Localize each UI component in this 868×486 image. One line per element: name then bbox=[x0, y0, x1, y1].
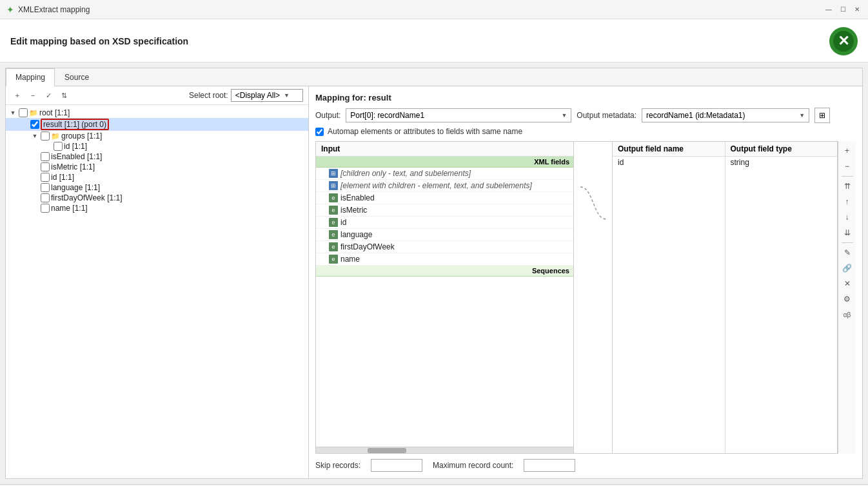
output-combo[interactable]: Port[0]: recordName1 ▼ bbox=[346, 108, 571, 122]
output-field-name-id[interactable]: id bbox=[613, 157, 725, 168]
xml-fields-header: XML fields bbox=[316, 157, 573, 168]
format-button[interactable]: αβ bbox=[840, 307, 854, 322]
field-row-firstDayOfWeek[interactable]: e firstDayOfWeek bbox=[316, 241, 573, 253]
field-name-id: id bbox=[340, 218, 346, 227]
field-row-children-only[interactable]: ⊞ [children only - text, and subelements… bbox=[316, 168, 573, 180]
right-panel: Mapping for: result Output: Port[0]: rec… bbox=[309, 86, 862, 478]
checkbox-id[interactable] bbox=[41, 173, 50, 182]
select-root-label: Select root: bbox=[189, 91, 228, 100]
label-root: root [1:1] bbox=[39, 108, 70, 117]
link-button[interactable]: 🔗 bbox=[840, 261, 854, 275]
edit-button[interactable]: ✎ bbox=[840, 246, 854, 260]
checkbox-isEnabled[interactable] bbox=[41, 152, 50, 161]
toggle-groups[interactable]: ▼ bbox=[30, 131, 39, 141]
separator-1 bbox=[842, 176, 853, 177]
page-title: Edit mapping based on XSD specification bbox=[10, 36, 188, 46]
tree-item-root[interactable]: ▼ 📁 root [1:1] bbox=[6, 108, 308, 118]
output-field-type-header: Output field type bbox=[725, 142, 838, 157]
move-down-button[interactable]: ↓ bbox=[840, 210, 854, 224]
expand-all-button[interactable]: + bbox=[11, 89, 24, 102]
label-language: language [1:1] bbox=[51, 183, 100, 192]
table-icon-element-children: ⊞ bbox=[329, 181, 338, 190]
sequences-header: Sequences bbox=[316, 266, 573, 277]
metadata-combo[interactable]: recordName1 (id:Metadata1) ▼ bbox=[642, 108, 809, 122]
maximize-button[interactable]: ☐ bbox=[838, 5, 847, 14]
mapping-area: Input XML fields ⊞ [children only - text… bbox=[315, 141, 838, 454]
tree-item-isMetric[interactable]: ▶ isMetric [1:1] bbox=[6, 162, 308, 172]
checkbox-groups[interactable] bbox=[41, 131, 50, 141]
tree-item-groups[interactable]: ▼ 📁 groups [1:1] bbox=[6, 131, 308, 141]
add-button[interactable]: + bbox=[840, 144, 854, 158]
element-icon-language: e bbox=[329, 230, 338, 239]
automap-label: Automap elements or attributes to fields… bbox=[328, 127, 522, 136]
field-name-isMetric: isMetric bbox=[340, 206, 367, 215]
output-combo-arrow-icon: ▼ bbox=[561, 112, 567, 119]
move-top-button[interactable]: ⇈ bbox=[840, 179, 854, 193]
label-id: id [1:1] bbox=[51, 173, 74, 182]
checkbox-isMetric[interactable] bbox=[41, 162, 50, 171]
metadata-combo-arrow-icon: ▼ bbox=[799, 112, 805, 119]
select-root-combo[interactable]: <Display All> ▼ bbox=[231, 89, 303, 102]
close-button[interactable]: ✕ bbox=[853, 5, 862, 14]
delete-button[interactable]: ✕ bbox=[840, 277, 854, 291]
input-panel: Input XML fields ⊞ [children only - text… bbox=[316, 142, 574, 453]
field-row-name[interactable]: e name bbox=[316, 253, 573, 266]
max-record-count-input[interactable] bbox=[524, 459, 575, 472]
minimize-button[interactable]: — bbox=[824, 5, 833, 14]
input-header: Input bbox=[316, 142, 573, 157]
collapse-all-button[interactable]: − bbox=[26, 89, 39, 102]
side-toolbar: + − ⇈ ↑ ↓ ⇊ ✎ 🔗 ✕ ⚙ αβ bbox=[838, 141, 856, 454]
metadata-edit-button[interactable]: ⊞ bbox=[814, 108, 830, 123]
toggle-root[interactable]: ▼ bbox=[8, 108, 17, 117]
output-row: Output: Port[0]: recordName1 ▼ Output me… bbox=[315, 108, 856, 123]
check-all-button[interactable]: ✓ bbox=[42, 89, 55, 102]
input-scrollbar-h[interactable] bbox=[316, 447, 573, 453]
tree-item-result[interactable]: ▶ result [1:1] (port 0) bbox=[6, 118, 308, 131]
content-area: + − ✓ ⇅ Select root: <Display All> ▼ ▼ 📁… bbox=[6, 86, 862, 478]
field-row-id[interactable]: e id bbox=[316, 217, 573, 229]
max-record-count-label: Maximum record count: bbox=[433, 461, 513, 470]
tree-item-id[interactable]: ▶ id [1:1] bbox=[6, 172, 308, 182]
output-columns: Output field name id Output field type s… bbox=[613, 142, 837, 453]
bottom-fields-row: Skip records: Maximum record count: bbox=[315, 459, 856, 472]
remove-button[interactable]: − bbox=[840, 159, 854, 173]
move-up-button[interactable]: ↑ bbox=[840, 195, 854, 209]
xml-fields-section: XML fields ⊞ [children only - text, and … bbox=[316, 157, 573, 447]
element-icon-name: e bbox=[329, 255, 338, 264]
tree-item-id-child[interactable]: ▶ id [1:1] bbox=[6, 141, 308, 151]
output-label: Output: bbox=[315, 111, 340, 120]
field-row-isEnabled[interactable]: e isEnabled bbox=[316, 192, 573, 204]
automap-checkbox[interactable] bbox=[315, 128, 324, 136]
checkbox-id-child[interactable] bbox=[54, 142, 63, 151]
label-firstDayOfWeek: firstDayOfWeek [1:1] bbox=[51, 193, 122, 202]
title-bar-left: ✦ XMLExtract mapping bbox=[6, 5, 90, 15]
checkbox-firstDayOfWeek[interactable] bbox=[41, 193, 50, 202]
checkbox-root[interactable] bbox=[19, 108, 28, 117]
tree-item-isEnabled[interactable]: ▶ isEnabled [1:1] bbox=[6, 151, 308, 162]
scroll-thumb[interactable] bbox=[368, 448, 406, 453]
checkbox-result[interactable] bbox=[30, 120, 39, 129]
left-panel: + − ✓ ⇅ Select root: <Display All> ▼ ▼ 📁… bbox=[6, 86, 309, 478]
tab-source[interactable]: Source bbox=[55, 68, 99, 86]
label-groups: groups [1:1] bbox=[61, 131, 102, 141]
tree-item-language[interactable]: ▶ language [1:1] bbox=[6, 182, 308, 193]
field-row-element-children[interactable]: ⊞ [element with children - element, text… bbox=[316, 180, 573, 192]
tree-item-firstDayOfWeek[interactable]: ▶ firstDayOfWeek [1:1] bbox=[6, 193, 308, 203]
field-row-language[interactable]: e language bbox=[316, 229, 573, 241]
skip-records-input[interactable] bbox=[371, 459, 422, 472]
settings-button[interactable]: ⚙ bbox=[840, 292, 854, 306]
field-name-name: name bbox=[340, 255, 360, 264]
field-row-isMetric[interactable]: e isMetric bbox=[316, 204, 573, 217]
folder-icon-groups: 📁 bbox=[51, 131, 60, 141]
checkbox-name[interactable] bbox=[41, 204, 50, 213]
automap-row: Automap elements or attributes to fields… bbox=[315, 127, 856, 136]
tree-content[interactable]: ▼ 📁 root [1:1] ▶ result [1:1] (port 0) ▼… bbox=[6, 105, 308, 478]
move-bottom-button[interactable]: ⇊ bbox=[840, 226, 854, 240]
output-field-type-string[interactable]: string bbox=[725, 157, 838, 168]
label-isEnabled: isEnabled [1:1] bbox=[51, 152, 102, 161]
checkbox-language[interactable] bbox=[41, 183, 50, 192]
metadata-edit-icon: ⊞ bbox=[819, 111, 825, 120]
tree-item-name[interactable]: ▶ name [1:1] bbox=[6, 203, 308, 213]
tab-mapping[interactable]: Mapping bbox=[6, 68, 55, 86]
sort-button[interactable]: ⇅ bbox=[57, 89, 70, 102]
